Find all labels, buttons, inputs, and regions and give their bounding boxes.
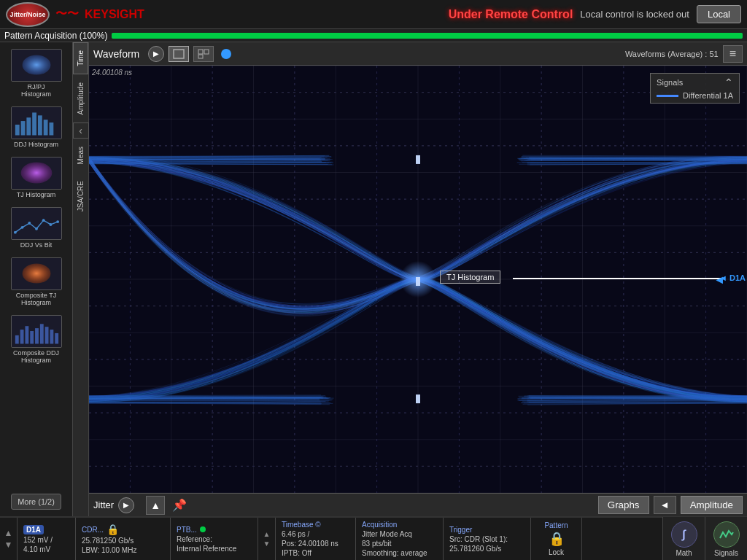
signals-icon-circle xyxy=(713,521,740,548)
amplitude-button[interactable]: Amplitude xyxy=(681,496,743,514)
view-grid-button[interactable] xyxy=(193,46,214,62)
logo-text: Jitter/Noise xyxy=(9,11,45,18)
voltage1-label: 152 mV / xyxy=(23,536,69,544)
svg-rect-34 xyxy=(204,50,209,54)
waveform-title: Waveform xyxy=(93,48,139,60)
svg-rect-8 xyxy=(43,120,47,135)
jitter-play-button[interactable]: ▶ xyxy=(118,497,134,513)
bottom-toolbar: Jitter ▶ ▲ 📌 Graphs ◄ Amplitude xyxy=(89,493,747,516)
signals-legend-header: Signals ⌃ xyxy=(657,77,733,88)
sidebar-label-ddj: DDJ Histogram xyxy=(14,141,58,148)
svg-point-18 xyxy=(49,223,52,226)
sidebar-label-rjpj: RJ/PJHistogram xyxy=(21,83,51,98)
pin-icon[interactable]: 📌 xyxy=(172,498,187,512)
status-pattern-lock: Pattern 🔒 Lock xyxy=(531,518,582,560)
keysight-logo: 〜〜 KEYSIGHT xyxy=(55,7,144,22)
trigger-title: Trigger xyxy=(449,526,525,534)
ks-wave-icon: 〜〜 xyxy=(55,7,79,22)
signals-icon-svg xyxy=(719,526,735,542)
nav-up-arrow[interactable]: ▲ xyxy=(4,528,13,538)
waveform-toolbar: Waveform ▶ Waveforms (Average) : 51 ≡ xyxy=(89,42,747,66)
waveform-average-label: Waveforms (Average) : 51 xyxy=(625,50,719,58)
signals-title: Signals xyxy=(657,78,683,87)
brand-name: KEYSIGHT xyxy=(85,8,144,21)
sidebar-item-comp-tj[interactable]: Composite TJHistogram xyxy=(4,254,69,310)
sidebar-item-tj[interactable]: TJ Histogram xyxy=(4,153,69,202)
cdr-speed: 25.781250 Gb/s xyxy=(82,537,164,545)
svg-rect-6 xyxy=(32,112,36,135)
view-single-button[interactable] xyxy=(169,46,189,62)
acq-smooth: Smoothing: average xyxy=(362,549,437,557)
navigation-arrows: ▲ ▼ xyxy=(0,518,18,560)
ptb-ref: Reference: xyxy=(177,535,252,543)
nav-down-arrow[interactable]: ▼ xyxy=(4,540,13,550)
sidebar-thumb-tj xyxy=(11,157,62,190)
sidebar-item-comp-ddj[interactable]: Composite DDJHistogram xyxy=(4,311,69,368)
tj-histogram-label[interactable]: TJ Histogram xyxy=(440,271,500,284)
signals-button[interactable]: Signals xyxy=(705,517,747,560)
svg-rect-25 xyxy=(25,326,28,343)
cdr-title: CDR... xyxy=(82,526,104,534)
ptb-title: PTB... xyxy=(177,526,197,534)
svg-rect-26 xyxy=(30,331,34,343)
status-timebase: Timebase © 6.46 ps / Pos: 24.00108 ns IP… xyxy=(276,518,356,560)
ptb-status-dot xyxy=(200,526,206,532)
tab-time[interactable]: Time xyxy=(73,42,88,74)
waveform-play-button[interactable]: ▶ xyxy=(148,46,164,62)
lock-label: Lock xyxy=(549,548,564,556)
trigger-speed: 25.781260 Gb/s xyxy=(449,545,525,553)
jitter-label: Jitter xyxy=(93,499,114,510)
signals-color-line xyxy=(657,95,678,97)
tab-meas[interactable]: Meas xyxy=(73,139,88,172)
left-sidebar: RJ/PJHistogram DDJ Histogra xyxy=(0,42,73,516)
sidebar-label-tj: TJ Histogram xyxy=(17,191,56,198)
menu-button[interactable]: ≡ xyxy=(723,45,743,63)
signals-expand-icon[interactable]: ⌃ xyxy=(724,77,733,88)
sidebar-item-rjpj[interactable]: RJ/PJHistogram xyxy=(4,45,69,101)
remote-control-text: Under Remote Control xyxy=(449,8,573,21)
sidebar-label-comp-tj: Composite TJHistogram xyxy=(16,292,56,306)
svg-rect-24 xyxy=(20,330,23,343)
svg-rect-30 xyxy=(50,330,53,343)
collapse-arrow-btn[interactable]: ‹ xyxy=(73,122,89,139)
progress-track xyxy=(112,33,743,39)
status-trigger: Trigger Src: CDR (Slot 1): 25.781260 Gb/… xyxy=(444,518,531,560)
signals-legend: Signals ⌃ Differential 1A xyxy=(650,73,740,104)
svg-rect-28 xyxy=(39,324,43,343)
voltage2-label: 4.10 mV xyxy=(23,545,69,553)
svg-point-13 xyxy=(13,231,16,234)
left-nav-button[interactable]: ◄ xyxy=(654,496,676,514)
tab-jsa-cre[interactable]: JSA/CRE xyxy=(73,173,88,219)
svg-point-14 xyxy=(20,226,23,229)
svg-rect-3 xyxy=(15,125,19,136)
status-voltage: D1A 152 mV / 4.10 mV xyxy=(18,518,76,560)
ptb-down[interactable]: ▼ xyxy=(263,540,271,548)
acq-title: Acquisition xyxy=(362,521,437,529)
logo-badge: Jitter/Noise xyxy=(6,2,50,27)
timestamp-label: 24.00108 ns xyxy=(92,69,132,77)
more-button[interactable]: More (1/2) xyxy=(4,490,69,513)
d1a-badge: D1A xyxy=(23,525,44,534)
local-button[interactable]: Local xyxy=(697,5,741,23)
lock-icon: 🔒 xyxy=(107,524,119,535)
acq-mode: Jitter Mode Acq xyxy=(362,530,437,538)
sidebar-item-ddj[interactable]: DDJ Histogram xyxy=(4,103,69,152)
svg-rect-29 xyxy=(44,327,48,343)
svg-rect-23 xyxy=(15,335,18,344)
svg-rect-5 xyxy=(26,117,31,135)
graphs-button[interactable]: Graphs xyxy=(598,496,649,514)
sidebar-thumb-rjpj xyxy=(11,49,62,82)
tab-amplitude[interactable]: Amplitude xyxy=(73,74,88,122)
sidebar-label-ddj-vs-bit: DDJ Vs Bit xyxy=(20,241,53,249)
timebase-pos: Pos: 24.00108 ns xyxy=(282,540,349,548)
sidebar-item-ddj-vs-bit[interactable]: DDJ Vs Bit xyxy=(4,203,69,252)
progress-fill xyxy=(112,33,743,39)
ptb-up[interactable]: ▲ xyxy=(263,530,271,538)
svg-point-16 xyxy=(35,228,38,230)
eye-diagram-canvas xyxy=(89,66,747,493)
math-button[interactable]: ∫ Math xyxy=(662,517,705,560)
scroll-up-button[interactable]: ▲ xyxy=(146,496,165,515)
pattern-title: Pattern xyxy=(544,521,568,529)
svg-point-1 xyxy=(22,55,50,74)
svg-point-15 xyxy=(28,222,31,225)
